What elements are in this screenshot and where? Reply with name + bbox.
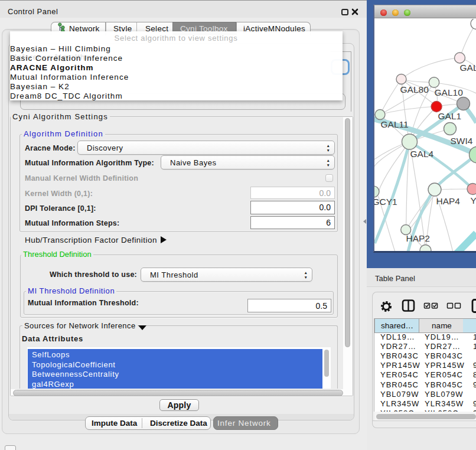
- svg-text:GAL8: GAL8: [459, 63, 476, 73]
- svg-text:GCY1: GCY1: [374, 197, 397, 207]
- svg-text:Y: Y: [470, 195, 476, 206]
- svg-text:SWI4: SWI4: [450, 136, 472, 146]
- svg-text:GAL4: GAL4: [410, 149, 433, 159]
- svg-text:HAP4: HAP4: [436, 196, 460, 206]
- svg-text:GAL80: GAL80: [400, 84, 429, 94]
- svg-text:GAL1: GAL1: [438, 111, 461, 121]
- svg-text:HAP2: HAP2: [406, 233, 430, 243]
- svg-text:GAL10: GAL10: [434, 87, 463, 97]
- svg-text:GAL11: GAL11: [380, 119, 408, 129]
